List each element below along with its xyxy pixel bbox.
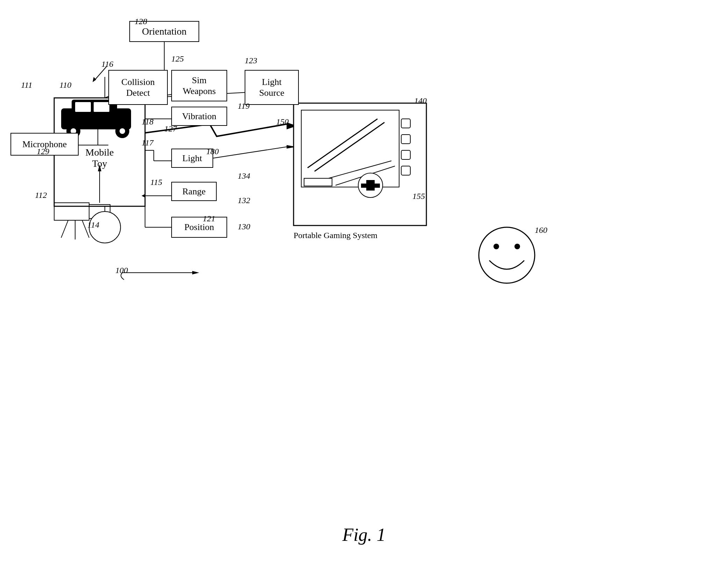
range-box: Range <box>171 182 217 201</box>
ref-121: 121 <box>203 214 215 223</box>
sim-weapons-box: SimWeapons <box>171 70 227 101</box>
svg-point-8 <box>120 128 125 134</box>
fig-caption: Fig. 1 <box>0 524 728 545</box>
svg-line-30 <box>61 220 68 238</box>
mobile-toy-label: MobileToy <box>61 147 138 169</box>
ref-180: 180 <box>206 147 219 156</box>
ref-114: 114 <box>87 220 99 230</box>
ref-115: 115 <box>150 178 162 187</box>
vibration-box: Vibration <box>171 107 227 126</box>
ref-127: 127 <box>164 124 177 134</box>
ref-116: 116 <box>101 59 113 69</box>
svg-marker-62 <box>93 77 96 82</box>
diagram: Orientation CollisionDetect SimWeapons L… <box>0 0 728 580</box>
ref-134: 134 <box>238 171 250 181</box>
light-source-box: LightSource <box>245 70 299 105</box>
ref-118: 118 <box>142 117 153 127</box>
svg-point-54 <box>479 227 535 283</box>
ref-119: 119 <box>238 101 250 111</box>
ref-132: 132 <box>238 196 250 205</box>
svg-point-55 <box>493 244 499 249</box>
svg-marker-39 <box>192 271 199 274</box>
portable-gaming-label: Portable Gaming System <box>294 231 377 240</box>
ref-130: 130 <box>238 222 250 231</box>
ref-123: 123 <box>245 56 257 65</box>
ref-110: 110 <box>59 80 71 90</box>
ref-100: 100 <box>115 266 128 275</box>
ref-117: 117 <box>142 138 153 148</box>
ref-155: 155 <box>412 192 425 201</box>
ref-129: 129 <box>37 147 49 156</box>
ref-111: 111 <box>21 80 32 90</box>
svg-rect-4 <box>94 102 109 112</box>
position-box: Position <box>171 217 227 238</box>
ref-128: 128 <box>135 17 147 26</box>
svg-rect-49 <box>361 184 380 188</box>
svg-rect-46 <box>304 178 332 186</box>
ref-150: 150 <box>276 117 289 127</box>
ref-125: 125 <box>171 54 184 64</box>
svg-rect-3 <box>75 102 91 112</box>
svg-rect-41 <box>301 110 399 187</box>
ref-160: 160 <box>535 225 547 235</box>
svg-point-56 <box>514 244 520 249</box>
collision-detect-box: CollisionDetect <box>108 70 168 105</box>
ref-112: 112 <box>35 191 47 200</box>
ref-140: 140 <box>414 96 427 106</box>
